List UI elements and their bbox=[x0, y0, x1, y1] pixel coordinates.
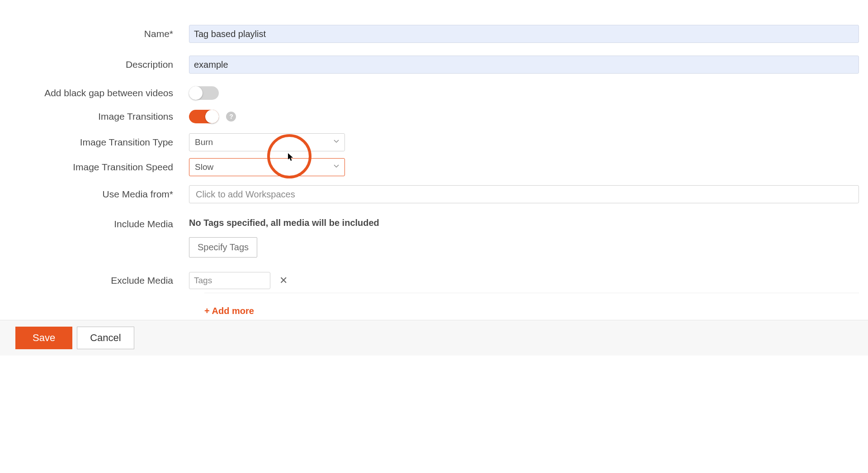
transition-type-select[interactable]: Burn bbox=[189, 133, 345, 151]
image-transitions-label: Image Transitions bbox=[0, 111, 189, 122]
help-icon[interactable]: ? bbox=[226, 112, 236, 122]
name-input[interactable] bbox=[189, 25, 859, 43]
image-transitions-toggle[interactable] bbox=[189, 110, 219, 123]
footer: Save Cancel bbox=[0, 320, 868, 356]
chevron-down-icon bbox=[334, 164, 339, 170]
transition-type-label: Image Transition Type bbox=[0, 137, 189, 148]
black-gap-toggle[interactable] bbox=[189, 86, 219, 100]
description-input[interactable] bbox=[189, 56, 859, 74]
transition-speed-label: Image Transition Speed bbox=[0, 162, 189, 173]
toggle-knob bbox=[205, 110, 219, 123]
transition-speed-value: Slow bbox=[195, 162, 213, 172]
name-label: Name* bbox=[0, 28, 189, 39]
transition-speed-select[interactable]: Slow bbox=[189, 158, 345, 176]
description-label: Description bbox=[0, 59, 189, 70]
include-media-text: No Tags specified, all media will be inc… bbox=[189, 218, 859, 228]
exclude-tags-input[interactable] bbox=[189, 272, 270, 289]
use-media-label: Use Media from* bbox=[0, 189, 189, 200]
exclude-media-label: Exclude Media bbox=[0, 275, 189, 286]
cancel-button[interactable]: Cancel bbox=[77, 327, 134, 349]
transition-type-value: Burn bbox=[195, 137, 213, 147]
playlist-form: Name* Description Add black gap between … bbox=[0, 0, 868, 316]
toggle-knob bbox=[189, 86, 203, 100]
save-button[interactable]: Save bbox=[15, 327, 72, 349]
close-icon[interactable]: ✕ bbox=[278, 273, 289, 288]
black-gap-label: Add black gap between videos bbox=[0, 88, 189, 98]
include-media-label: Include Media bbox=[0, 218, 189, 229]
chevron-down-icon bbox=[334, 140, 339, 145]
use-media-input[interactable] bbox=[189, 185, 859, 203]
specify-tags-button[interactable]: Specify Tags bbox=[189, 237, 257, 258]
add-more-button[interactable]: + Add more bbox=[204, 306, 254, 316]
divider bbox=[204, 293, 859, 293]
